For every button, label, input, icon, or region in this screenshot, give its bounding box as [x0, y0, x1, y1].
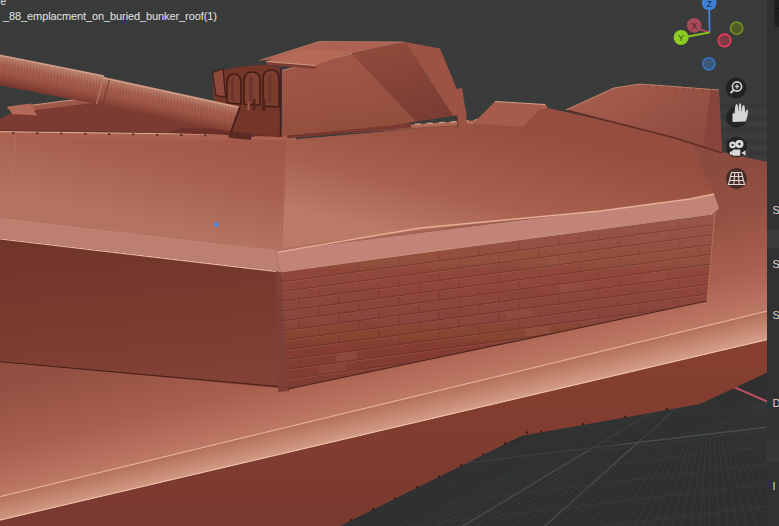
svg-text:S: S [773, 258, 779, 270]
svg-text:_88_emplacment_on_buried_bunke: _88_emplacment_on_buried_bunker_roof(1) [2, 10, 217, 22]
svg-text:e: e [1, 0, 7, 7]
svg-text:Y: Y [678, 33, 684, 43]
svg-text:Z: Z [706, 0, 712, 9]
svg-text:S: S [773, 204, 779, 216]
svg-text:I: I [773, 480, 776, 492]
svg-text:D: D [773, 397, 779, 409]
svg-text:X: X [691, 21, 697, 31]
svg-text:S: S [773, 309, 779, 321]
